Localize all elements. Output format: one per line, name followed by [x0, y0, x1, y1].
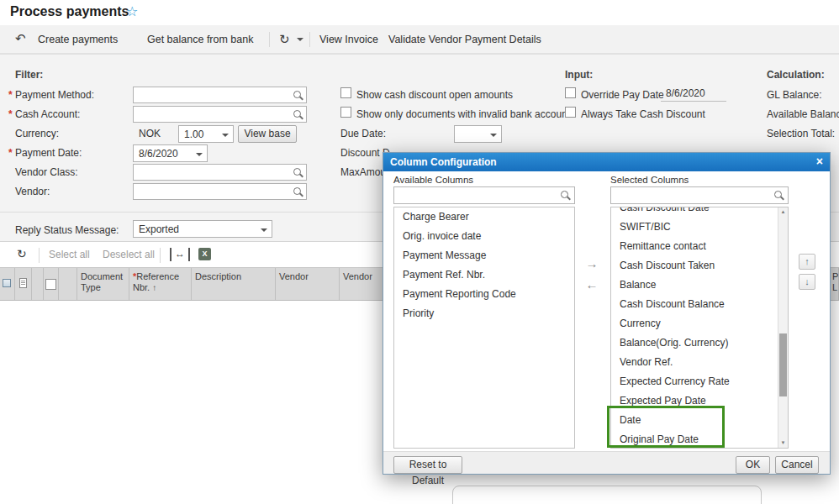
column-header-label: Description [195, 271, 241, 281]
list-item[interactable]: Balance(Orig. Currency) [611, 333, 788, 353]
export-excel-icon[interactable]: X [198, 248, 211, 260]
selection-total-label: Selection Total: [767, 128, 835, 139]
column-header-partial[interactable]: PL [831, 268, 839, 300]
reset-to-default-button[interactable]: Reset to Default [393, 456, 462, 474]
list-item[interactable]: Remittance contact [611, 237, 788, 256]
column-header-label: Vendor [279, 271, 309, 281]
scrollbar-track[interactable]: ▲ ▼ [778, 207, 788, 448]
move-down-button[interactable]: ↓ [799, 274, 815, 290]
column-header-description[interactable]: Description [192, 268, 276, 300]
select-all-checkbox[interactable] [45, 279, 56, 290]
list-item[interactable]: Expected Currency Rate [611, 372, 788, 391]
select-column-header[interactable] [44, 268, 59, 300]
refresh-icon[interactable]: ↻ [279, 32, 290, 47]
gl-balance-label: GL Balance: [767, 89, 822, 101]
vendor-class-field[interactable] [133, 164, 307, 181]
list-item[interactable]: Cash Discount Date [611, 207, 788, 218]
list-item[interactable]: Priority [394, 304, 574, 323]
cancel-button[interactable]: Cancel [775, 456, 819, 474]
dialog-title: Column Configuration [390, 156, 497, 168]
scroll-down-icon[interactable]: ▼ [778, 438, 788, 448]
selected-search-input[interactable] [610, 186, 789, 204]
ok-button[interactable]: OK [736, 456, 770, 474]
list-item[interactable]: Charge Bearer [394, 207, 574, 227]
lookup-icon[interactable] [293, 90, 303, 101]
move-left-icon[interactable]: ← [583, 276, 600, 293]
list-item[interactable]: Balance [611, 276, 788, 295]
sort-ascending-icon: ↑ [152, 283, 156, 292]
show-cash-discount-label: Show cash discount open amounts [356, 89, 513, 101]
list-item[interactable]: Cash Discount Taken [611, 256, 788, 276]
show-cash-discount-checkbox[interactable] [340, 87, 351, 98]
list-item[interactable]: Payment Ref. Nbr. [394, 265, 574, 285]
vendor-label: Vendor: [15, 186, 50, 197]
override-pay-date-checkbox[interactable] [565, 87, 576, 98]
favorite-star-icon[interactable]: ☆ [126, 3, 138, 19]
partial-popup-box [452, 486, 762, 504]
list-item[interactable]: SWIFT/BIC [611, 218, 788, 237]
list-item[interactable]: Currency [611, 314, 788, 333]
toolbar-separator [309, 32, 310, 47]
currency-rate-combo[interactable]: 1.00 [178, 125, 234, 143]
override-pay-date-value[interactable]: 8/6/2020 [661, 87, 726, 102]
refresh-menu-caret-icon[interactable] [297, 38, 303, 41]
due-date-label: Due Date: [340, 128, 386, 139]
available-search-input[interactable] [393, 186, 575, 204]
input-section-heading: Input: [565, 69, 593, 81]
available-columns-list[interactable]: Charge Bearer Orig. invoice date Payment… [393, 207, 575, 449]
list-item[interactable]: Cash Discount Balance [611, 295, 788, 314]
deselect-all-button[interactable]: Deselect all [103, 249, 155, 260]
undo-icon[interactable]: ↶ [15, 31, 26, 46]
close-icon[interactable]: × [816, 155, 823, 168]
spacer-column-header[interactable] [59, 268, 77, 300]
currency-rate-value: 1.00 [184, 129, 203, 140]
cash-account-field[interactable] [133, 106, 307, 123]
notes-column-header[interactable] [15, 268, 32, 300]
lookup-icon[interactable] [293, 186, 303, 197]
column-header-reference-nbr[interactable]: *Reference Nbr. ↑ [129, 268, 192, 300]
column-header-label: Document Type [81, 271, 123, 292]
grid-refresh-icon[interactable]: ↻ [17, 247, 27, 260]
create-payments-button[interactable]: Create payments [38, 34, 118, 45]
reply-status-combo[interactable]: Exported [133, 220, 272, 238]
required-marker: * [8, 89, 13, 101]
lookup-icon[interactable] [293, 109, 303, 120]
available-balance-label: Available Balance [767, 108, 839, 120]
validate-vendor-button[interactable]: Validate Vendor Payment Details [388, 34, 541, 45]
list-item[interactable]: Payment Reporting Code [394, 285, 574, 304]
list-item[interactable]: Vendor Ref. [611, 353, 788, 372]
fit-width-icon[interactable]: ↔ [170, 248, 190, 261]
move-right-icon[interactable]: → [583, 255, 600, 272]
cash-account-label: Cash Account: [15, 108, 80, 120]
override-pay-date-label: Override Pay Date [581, 89, 664, 101]
column-header-document-type[interactable]: Document Type [77, 268, 129, 300]
show-invalid-bank-checkbox[interactable] [340, 107, 351, 118]
column-header-label: L [832, 282, 836, 293]
always-take-discount-checkbox[interactable] [565, 107, 576, 118]
selected-columns-label: Selected Columns [610, 175, 689, 185]
grid-settings-icon [3, 279, 11, 287]
view-invoice-button[interactable]: View Invoice [319, 34, 378, 45]
calculation-section-heading: Calculation: [767, 69, 825, 81]
payment-date-combo[interactable]: 8/6/2020 [133, 144, 208, 162]
scrollbar-thumb[interactable] [779, 333, 787, 396]
scroll-up-icon[interactable]: ▲ [778, 207, 788, 217]
payment-method-field[interactable] [133, 87, 307, 103]
column-header-vendor[interactable]: Vendor [276, 268, 340, 300]
lookup-icon[interactable] [293, 167, 303, 178]
select-all-button[interactable]: Select all [49, 249, 90, 260]
payment-date-value: 8/6/2020 [139, 148, 178, 160]
grid-settings-cell[interactable] [0, 268, 15, 300]
due-date-combo[interactable] [454, 125, 502, 143]
reply-status-value: Exported [139, 223, 179, 235]
vendor-class-label: Vendor Class: [15, 166, 78, 178]
view-base-button[interactable]: View base [238, 125, 297, 143]
move-up-button[interactable]: ↑ [799, 254, 815, 270]
get-balance-button[interactable]: Get balance from bank [147, 34, 253, 45]
vendor-field[interactable] [133, 183, 307, 200]
list-item[interactable]: Payment Message [394, 246, 574, 265]
list-item[interactable]: Orig. invoice date [394, 227, 574, 246]
files-column-header[interactable] [32, 268, 44, 300]
dialog-header[interactable]: Column Configuration × [383, 153, 830, 171]
always-take-discount-label: Always Take Cash Discount [581, 108, 705, 120]
